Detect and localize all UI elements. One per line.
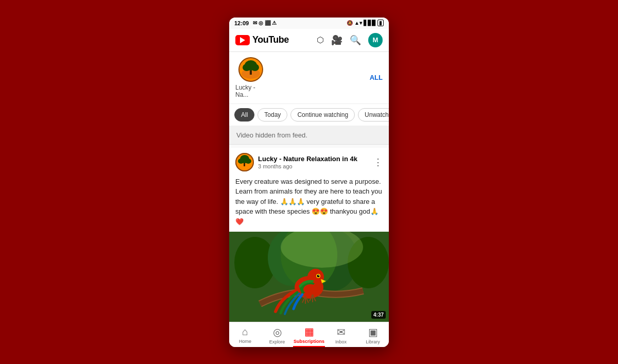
- channel-info-left: Lucky - Na...: [235, 57, 266, 98]
- filter-chips-row: All Today Continue watching Unwatched: [229, 104, 389, 126]
- signal-icon: ▋▊▉: [364, 20, 376, 26]
- bottom-navigation: ⌂ Home ◎ Explore ▦ Subscriptions ✉ Inbox…: [229, 322, 389, 347]
- video-duration-badge: 4:37: [371, 311, 386, 319]
- library-icon: ▣: [368, 326, 378, 338]
- youtube-logo-text: YouTube: [252, 34, 289, 45]
- content-area: Lucky - Na... ALL All Today Continue wat…: [229, 52, 389, 322]
- chip-unwatched[interactable]: Unwatched: [358, 108, 389, 122]
- channel-avatar[interactable]: [238, 57, 263, 82]
- all-button[interactable]: ALL: [370, 74, 383, 81]
- post-meta: Lucky - Nature Relaxation in 4k 3 months…: [258, 155, 357, 169]
- post-time: 3 months ago: [258, 163, 357, 169]
- subscriptions-icon: ▦: [304, 325, 314, 338]
- search-icon[interactable]: 🔍: [350, 34, 361, 46]
- more-options-icon[interactable]: ⋮: [373, 157, 383, 168]
- home-icon: ⌂: [242, 326, 248, 338]
- user-avatar[interactable]: M: [368, 33, 383, 47]
- svg-point-6: [251, 64, 259, 71]
- post-channel-name: Lucky - Nature Relaxation in 4k: [258, 155, 357, 163]
- phone-frame: 12:09 ✉ ◎ ⬛ ⚠ 🔕 ▲▾ ▋▊▉ ▮ YouTube ⬡ 🎥 🔍 M: [229, 18, 389, 347]
- nav-item-home[interactable]: ⌂ Home: [229, 326, 261, 344]
- nav-item-subscriptions[interactable]: ▦ Subscriptions: [293, 325, 325, 345]
- youtube-header: YouTube ⬡ 🎥 🔍 M: [229, 29, 389, 52]
- youtube-logo-icon: [235, 35, 250, 45]
- channel-avatar-image: [238, 57, 263, 82]
- svg-point-24: [317, 275, 320, 278]
- post-channel-info: Lucky - Nature Relaxation in 4k 3 months…: [235, 153, 357, 171]
- explore-icon: ◎: [273, 326, 282, 338]
- post-avatar[interactable]: [235, 153, 254, 171]
- video-thumbnail[interactable]: 4:37: [229, 232, 389, 322]
- chip-all[interactable]: All: [234, 108, 254, 122]
- svg-point-5: [243, 64, 251, 71]
- nav-item-inbox[interactable]: ✉ Inbox: [325, 326, 357, 344]
- chip-today[interactable]: Today: [258, 108, 287, 122]
- inbox-label: Inbox: [335, 339, 347, 344]
- status-icons-left: ✉ ◎ ⬛ ⚠: [253, 20, 277, 26]
- svg-point-26: [303, 284, 318, 294]
- battery-icon: ▮: [377, 20, 384, 26]
- post-body-text: Every creature was designed to serve a p…: [229, 175, 389, 232]
- svg-point-11: [238, 159, 244, 164]
- status-bar: 12:09 ✉ ◎ ⬛ ⚠ 🔕 ▲▾ ▋▊▉ ▮: [229, 18, 389, 29]
- header-actions: ⬡ 🎥 🔍 M: [317, 33, 383, 47]
- nav-item-explore[interactable]: ◎ Explore: [261, 326, 293, 344]
- status-time: 12:09: [234, 20, 249, 26]
- camera-icon[interactable]: 🎥: [331, 34, 342, 46]
- explore-label: Explore: [269, 339, 285, 344]
- channel-name-label: Lucky - Na...: [235, 84, 266, 98]
- library-label: Library: [366, 339, 380, 344]
- cast-icon[interactable]: ⬡: [317, 35, 324, 45]
- active-indicator: [293, 346, 325, 347]
- home-label: Home: [239, 339, 251, 344]
- mute-icon: 🔕: [347, 20, 353, 26]
- channel-info-row: Lucky - Na... ALL: [229, 52, 389, 104]
- subscriptions-label: Subscriptions: [294, 339, 324, 344]
- post-header: Lucky - Nature Relaxation in 4k 3 months…: [229, 148, 389, 175]
- svg-point-25: [318, 275, 319, 276]
- status-icons-right: 🔕 ▲▾ ▋▊▉ ▮: [347, 20, 384, 26]
- wifi-icon: ▲▾: [354, 20, 362, 26]
- chip-continue-watching[interactable]: Continue watching: [290, 108, 355, 122]
- hidden-video-banner: Video hidden from feed.: [229, 126, 389, 145]
- nav-item-library[interactable]: ▣ Library: [357, 326, 389, 344]
- svg-point-12: [245, 159, 251, 164]
- youtube-logo: YouTube: [235, 34, 289, 45]
- inbox-icon: ✉: [337, 326, 346, 338]
- post-card: Lucky - Nature Relaxation in 4k 3 months…: [229, 148, 389, 322]
